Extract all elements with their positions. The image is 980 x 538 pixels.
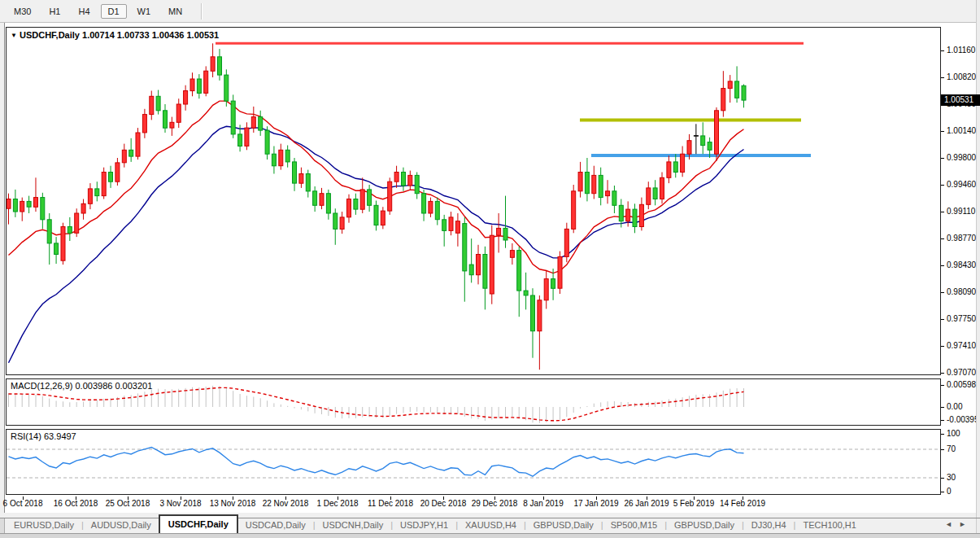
- indicator-scale-label: 70: [947, 444, 956, 453]
- chart-tab-xauusd-h4[interactable]: XAUUSD,H4: [458, 518, 524, 533]
- price-tick: [941, 265, 944, 266]
- price-label: 0.97410: [947, 341, 976, 350]
- price-label: 0.98090: [947, 287, 976, 296]
- price-tick: [941, 319, 944, 320]
- chart-symbol-label: USDCHF,Daily: [20, 30, 80, 40]
- date-label: 29 Dec 2018: [472, 499, 518, 508]
- rsi-panel[interactable]: [6, 429, 941, 495]
- chart-tab-sp500-m15[interactable]: SP500,M15: [603, 518, 664, 533]
- price-label: 1.01160: [947, 46, 975, 55]
- main-chart-panel[interactable]: [6, 27, 941, 375]
- date-label: 26 Jan 2019: [624, 499, 669, 508]
- date-label: 14 Feb 2019: [720, 499, 765, 508]
- price-tick: [941, 373, 944, 374]
- date-label: 8 Jan 2019: [523, 499, 564, 508]
- chart-title[interactable]: ▼ USDCHF,Daily 1.00714 1.00733 1.00436 1…: [11, 30, 219, 40]
- chart-tab-usdcnh-daily[interactable]: USDCNH,Daily: [316, 518, 391, 533]
- date-label: 20 Dec 2018: [420, 499, 467, 508]
- price-tick: [941, 292, 944, 293]
- date-label: 17 Jan 2019: [573, 499, 618, 508]
- price-tick: [941, 185, 944, 186]
- indicator-scale-tick: [941, 492, 944, 492]
- price-tick: [941, 346, 944, 347]
- tab-scroll-arrows: ◄►: [945, 520, 973, 528]
- indicator-scale-tick: [941, 385, 944, 386]
- price-label: 0.99110: [947, 207, 975, 216]
- date-label: 16 Oct 2018: [54, 499, 98, 508]
- date-label: 22 Nov 2018: [263, 499, 309, 508]
- macd-name: MACD(12,26,9): [11, 381, 72, 391]
- indicator-scale-label: 0.00: [947, 402, 962, 411]
- price-tick: [941, 212, 944, 212]
- date-label: 6 Oct 2018: [3, 499, 43, 508]
- chart-tab-audusd-daily[interactable]: AUDUSD,Daily: [84, 518, 159, 533]
- date-label: 5 Feb 2019: [673, 499, 715, 508]
- chart-tab-usdcad-daily[interactable]: USDCAD,Daily: [238, 518, 313, 533]
- window-edge: [976, 0, 980, 538]
- indicator-scale-label: 0.005985: [947, 380, 980, 389]
- current-price-box: 1.00531: [941, 94, 980, 106]
- indicator-scale-tick: [941, 434, 944, 435]
- chart-ohlc-values: 1.00714 1.00733 1.00436 1.00531: [82, 30, 219, 40]
- date-label: 11 Dec 2018: [368, 499, 413, 508]
- chart-tab-dj30-h4[interactable]: DJ30,H4: [744, 518, 794, 533]
- date-label: 3 Nov 2018: [159, 499, 201, 508]
- date-label: 13 Nov 2018: [210, 499, 256, 508]
- price-label: 1.00820: [947, 72, 976, 81]
- macd-indicator-label: MACD(12,26,9) 0.003986 0.003201: [11, 381, 152, 391]
- indicator-scale-label: 30: [947, 473, 956, 482]
- timeframe-toolbar: M30H1H4D1W1MN: [0, 0, 980, 23]
- chart-dropdown-arrow-icon[interactable]: ▼: [11, 32, 17, 39]
- indicator-scale-tick: [941, 420, 944, 421]
- chart-tab-usdjpy-h1[interactable]: USDJPY,H1: [393, 518, 455, 533]
- price-label: 1.00140: [947, 126, 976, 135]
- chart-tab-gbpusd-daily[interactable]: GBPUSD,Daily: [526, 518, 601, 533]
- rsi-value: 63.9497: [44, 431, 76, 441]
- price-label: 0.97070: [947, 368, 976, 377]
- toolbar-separator: [201, 3, 203, 20]
- price-tick: [941, 50, 944, 51]
- rsi-indicator-label: RSI(14) 63.9497: [11, 431, 76, 441]
- price-label: 0.98430: [947, 260, 976, 269]
- indicator-scale-tick: [941, 407, 944, 408]
- price-tick: [941, 77, 944, 78]
- tabbar-notch: [0, 518, 5, 533]
- price-tick: [941, 238, 944, 239]
- mt4-window: { "toolbar": { "timeframes": [ {"label":…: [0, 0, 980, 538]
- indicator-scale-label: -0.003954: [947, 415, 980, 424]
- indicator-scale-label: 100: [947, 429, 960, 438]
- price-tick: [941, 131, 944, 132]
- timeframe-button-w1[interactable]: W1: [130, 4, 159, 19]
- price-label: 0.99460: [947, 180, 976, 189]
- timeframe-button-h4[interactable]: H4: [71, 4, 97, 19]
- rsi-name: RSI(14): [11, 431, 41, 441]
- macd-values: 0.003986 0.003201: [75, 381, 152, 391]
- chart-tab-gbpusd-daily[interactable]: GBPUSD,Daily: [667, 518, 742, 533]
- tab-scroll-left-icon[interactable]: ◄: [945, 520, 959, 528]
- indicator-scale-tick: [941, 449, 944, 450]
- price-label: 0.99800: [947, 153, 976, 162]
- chart-tab-tech100-h1[interactable]: TECH100,H1: [795, 518, 863, 533]
- price-label: 0.97750: [947, 314, 976, 323]
- main-chart-canvas[interactable]: [6, 27, 941, 375]
- date-label: 1 Dec 2018: [316, 499, 358, 508]
- price-label: 0.98770: [947, 234, 976, 243]
- chart-tab-eurusd-daily[interactable]: EURUSD,Daily: [7, 518, 81, 533]
- timeframe-button-d1[interactable]: D1: [101, 4, 127, 19]
- chart-tabbar: EURUSD,Daily|AUDUSD,DailyUSDCHF,DailyUSD…: [7, 514, 864, 533]
- rsi-canvas[interactable]: [6, 429, 941, 495]
- date-label: 25 Oct 2018: [106, 499, 150, 508]
- price-tick: [941, 158, 944, 159]
- tab-scroll-right-icon[interactable]: ►: [959, 520, 973, 528]
- indicator-scale-tick: [941, 478, 944, 479]
- indicator-scale-label: 0: [947, 487, 952, 496]
- chart-tab-usdchf-daily[interactable]: USDCHF,Daily: [159, 514, 238, 533]
- window-bottom-edge: [0, 533, 980, 538]
- timeframe-button-h1[interactable]: H1: [41, 4, 68, 19]
- timeframe-button-m30[interactable]: M30: [7, 4, 38, 19]
- timeframe-button-mn[interactable]: MN: [161, 4, 189, 19]
